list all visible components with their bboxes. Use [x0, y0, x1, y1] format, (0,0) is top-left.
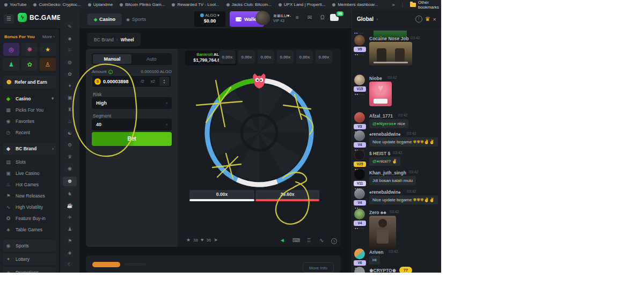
- message-author[interactable]: $ HEIST $: [369, 151, 390, 156]
- balance-selector[interactable]: ALGO ▾ $0.00: [194, 11, 225, 27]
- half-bet-button[interactable]: /2: [138, 79, 147, 84]
- rail-game-icon[interactable]: ♟: [64, 225, 76, 233]
- sidebar-item[interactable]: ◈ Promotions: [3, 267, 56, 273]
- history-multiplier-button[interactable]: 0.00x: [316, 50, 332, 64]
- sidebar-item[interactable]: ▦ Picks For You: [3, 104, 56, 115]
- rail-game-icon[interactable]: ✿: [64, 70, 76, 78]
- avatar[interactable]: [354, 188, 365, 199]
- sound-icon[interactable]: ◄: [280, 237, 285, 243]
- bonus-tile[interactable]: ♙: [40, 58, 56, 71]
- bookmark-item[interactable]: CoinGecko: Cryptoc...: [33, 2, 80, 7]
- heart-icon[interactable]: ♥: [201, 237, 203, 243]
- sidebar-item[interactable]: ◉ Favorites: [3, 115, 56, 127]
- avatar[interactable]: [354, 75, 365, 85]
- rail-game-icon[interactable]: ♜: [64, 106, 76, 114]
- rail-game-icon[interactable]: ◍: [64, 58, 76, 67]
- bookmarks-overflow-icon[interactable]: »: [392, 2, 395, 8]
- live-stats-icon[interactable]: ∿: [319, 237, 324, 243]
- bookmark-item[interactable]: UPX Land | Properti...: [279, 2, 326, 7]
- rail-game-icon[interactable]: ◉: [64, 165, 76, 173]
- rail-game-icon[interactable]: ⚐: [64, 47, 76, 55]
- breadcrumb-section[interactable]: BC Brand: [94, 37, 114, 42]
- rail-game-icon[interactable]: ☻: [64, 35, 76, 43]
- message-author[interactable]: Afzal_1771: [369, 113, 393, 119]
- message-author[interactable]: ♠renebaldwin♠: [369, 131, 401, 137]
- sidebar-item[interactable]: ▣ Live Casino: [3, 167, 56, 179]
- sidebar-item[interactable]: ✦ Lottery: [3, 253, 56, 265]
- chat-rules-icon[interactable]: !: [415, 16, 422, 23]
- history-multiplier-button[interactable]: 0.00x: [296, 50, 313, 64]
- bonus-tile[interactable]: ✿: [21, 58, 38, 71]
- history-multiplier-button[interactable]: 0.00x: [277, 50, 294, 64]
- chevron-right-icon[interactable]: ›: [376, 17, 378, 22]
- rail-game-icon[interactable]: ♨: [64, 118, 76, 126]
- amount-value[interactable]: 0.00003898: [103, 79, 136, 84]
- sidebar-item[interactable]: ◷ Recent: [3, 127, 56, 138]
- info-icon[interactable]: i: [108, 70, 113, 74]
- username[interactable]: ≋≣ILU♥-: [273, 13, 291, 18]
- mention[interactable]: @●: [372, 159, 379, 164]
- bonus-more-link[interactable]: More ›: [42, 34, 55, 39]
- chat-gif[interactable]: [369, 82, 392, 106]
- bell-icon[interactable]: Ω: [320, 14, 324, 20]
- avatar[interactable]: [354, 248, 365, 259]
- sidebar-item[interactable]: ◉ Sports: [3, 240, 56, 252]
- rail-game-icon[interactable]: ⚙: [64, 141, 76, 149]
- message-author[interactable]: Zero ♣♣: [369, 210, 386, 215]
- rail-game-icon[interactable]: ☯: [64, 129, 76, 137]
- mention[interactable]: @●Nyerss●: [372, 121, 396, 126]
- hotkeys-icon[interactable]: ⌨: [292, 237, 300, 243]
- bonus-tile[interactable]: ❋: [21, 43, 38, 56]
- provider-badge[interactable]: [92, 262, 120, 267]
- sidebar-item[interactable]: ◆ BC Brand ›: [3, 143, 56, 155]
- bookmark-item[interactable]: Members dashboar...: [332, 2, 378, 7]
- rail-game-icon[interactable]: ▣: [64, 94, 76, 102]
- sidebar-item[interactable]: ♨ Hot Games: [3, 179, 56, 190]
- list-icon[interactable]: ≡: [296, 14, 299, 20]
- close-icon[interactable]: ×: [433, 16, 436, 23]
- risk-select[interactable]: High ›: [92, 97, 172, 109]
- avatar[interactable]: [354, 150, 365, 160]
- bonus-tile[interactable]: ★: [40, 43, 56, 56]
- rail-game-icon[interactable]: ⚑: [64, 237, 76, 245]
- rail-game-icon[interactable]: ☕: [64, 202, 76, 210]
- sidebar-item[interactable]: ∿ High Volatility: [3, 201, 56, 213]
- avatar[interactable]: [354, 35, 365, 46]
- history-multiplier-button[interactable]: 0.00x: [238, 50, 255, 64]
- chat-gif[interactable]: [369, 42, 412, 65]
- step-down-icon[interactable]: ▼: [163, 82, 166, 84]
- tab-auto[interactable]: Auto: [132, 54, 171, 64]
- amount-input[interactable]: $ 0.00003898 /2 x2 ▲▼: [92, 75, 172, 87]
- help-icon[interactable]: ?: [331, 238, 337, 244]
- tab-manual[interactable]: Manual: [93, 54, 131, 64]
- message-author[interactable]: Khan_juth_singh: [369, 170, 406, 175]
- share-icon[interactable]: ➤: [214, 237, 218, 243]
- amount-stepper[interactable]: ▲▼: [159, 77, 169, 86]
- sidebar-item[interactable]: ⚑ New Releases: [3, 190, 56, 201]
- tab-sports[interactable]: ◉ Sports: [126, 13, 146, 25]
- avatar[interactable]: [354, 112, 365, 123]
- rail-game-icon[interactable]: ♞: [64, 190, 76, 198]
- trophy-icon[interactable]: ♛: [425, 16, 430, 23]
- rail-game-icon[interactable]: ✦: [64, 82, 76, 90]
- bet-button[interactable]: Bet: [92, 132, 172, 146]
- message-author[interactable]: ♠renebaldwin♠: [369, 189, 401, 195]
- double-bet-button[interactable]: x2: [149, 79, 157, 84]
- sidebar-item[interactable]: ♣ Table Games: [3, 224, 56, 235]
- trophy-icon[interactable]: ♖: [306, 237, 311, 243]
- chat-gif[interactable]: [369, 216, 396, 249]
- rail-game-icon[interactable]: ✎: [64, 23, 76, 31]
- hamburger-menu-icon[interactable]: ☰: [4, 14, 14, 24]
- bonus-tile[interactable]: ♟: [3, 58, 19, 71]
- rail-game-icon[interactable]: ✈: [64, 214, 76, 222]
- rail-game-icon[interactable]: ☾: [64, 261, 76, 269]
- avatar[interactable]: [354, 169, 365, 180]
- message-author[interactable]: Niobe: [369, 76, 382, 81]
- wheel[interactable]: [200, 74, 318, 192]
- bookmark-item[interactable]: YouTube: [4, 2, 26, 7]
- bookmark-item[interactable]: Bitcoin Plinko Gam...: [120, 2, 165, 7]
- mail-icon[interactable]: ✉: [308, 14, 312, 20]
- chat-room-title[interactable]: Global: [357, 16, 374, 22]
- tab-casino[interactable]: ◆ Casino: [87, 13, 122, 25]
- bookmark-item[interactable]: Rewarded TV - Loot...: [172, 2, 219, 7]
